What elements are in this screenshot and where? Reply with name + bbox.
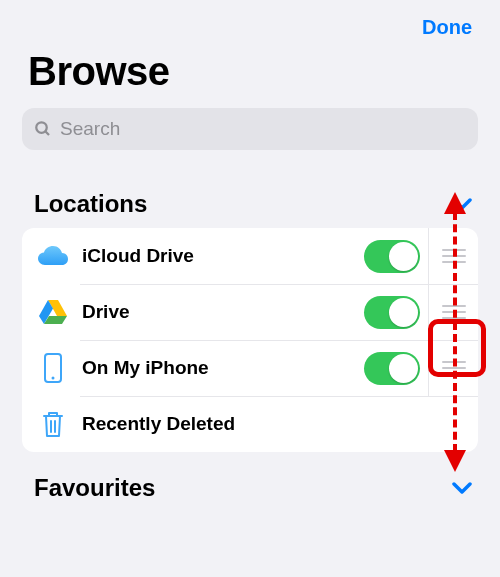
search-input[interactable]: Search — [22, 108, 478, 150]
page-title: Browse — [0, 49, 500, 108]
trash-icon — [36, 407, 70, 441]
drag-icon — [442, 305, 466, 319]
chevron-down-icon — [452, 481, 472, 495]
row-label: iCloud Drive — [82, 245, 364, 267]
drag-icon — [442, 361, 466, 375]
toggle-switch[interactable] — [364, 352, 420, 385]
svg-point-3 — [52, 377, 55, 380]
locations-label: Locations — [34, 190, 147, 218]
locations-header[interactable]: Locations — [0, 168, 500, 228]
drag-handle[interactable] — [428, 340, 478, 396]
svg-point-0 — [36, 122, 47, 133]
google-drive-icon — [36, 295, 70, 329]
chevron-down-icon — [452, 197, 472, 211]
list-item: Drive — [22, 284, 478, 340]
favourites-header[interactable]: Favourites — [0, 452, 500, 512]
favourites-label: Favourites — [34, 474, 155, 502]
drag-handle[interactable] — [428, 228, 478, 284]
done-button[interactable]: Done — [422, 16, 472, 39]
list-item[interactable]: Recently Deleted — [22, 396, 478, 452]
list-item: On My iPhone — [22, 340, 478, 396]
row-label: On My iPhone — [82, 357, 364, 379]
svg-line-1 — [45, 131, 49, 135]
drag-icon — [442, 249, 466, 263]
iphone-icon — [36, 351, 70, 385]
row-label: Recently Deleted — [82, 413, 478, 435]
toggle-switch[interactable] — [364, 240, 420, 273]
drag-handle[interactable] — [428, 284, 478, 340]
search-placeholder: Search — [60, 118, 120, 140]
locations-list: iCloud Drive Drive On My iPhone Recently… — [22, 228, 478, 452]
toggle-switch[interactable] — [364, 296, 420, 329]
list-item: iCloud Drive — [22, 228, 478, 284]
icloud-icon — [36, 239, 70, 273]
search-icon — [34, 120, 52, 138]
row-label: Drive — [82, 301, 364, 323]
